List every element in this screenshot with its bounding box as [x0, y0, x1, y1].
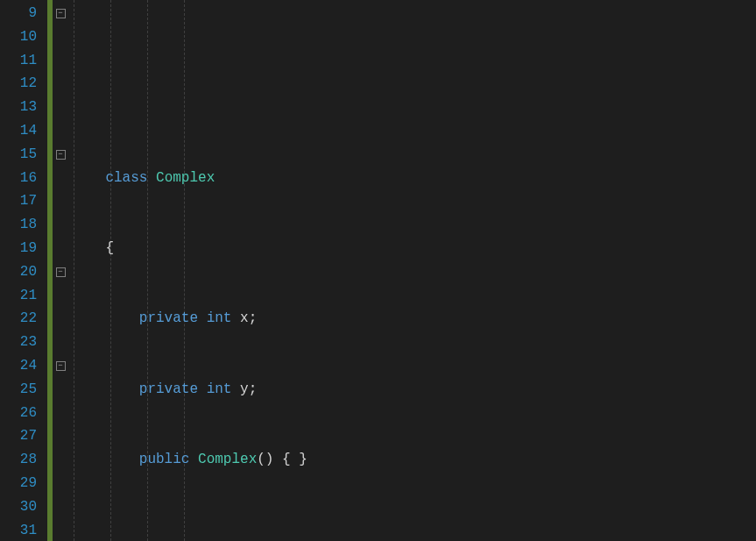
- code-line[interactable]: {: [72, 237, 756, 260]
- line-number: 13: [7, 96, 37, 119]
- fold-toggle-icon[interactable]: −: [56, 9, 66, 18]
- code-line[interactable]: private int y;: [72, 378, 756, 402]
- line-number: 31: [7, 519, 37, 541]
- fold-toggle-icon[interactable]: −: [56, 150, 66, 160]
- line-number: 20: [7, 260, 37, 284]
- line-number-gutter: 9101112131415161718192021222324252627282…: [0, 0, 47, 541]
- line-number: 9: [7, 2, 37, 25]
- fold-gutter: −−−−: [53, 0, 68, 541]
- line-number: 18: [7, 213, 37, 237]
- line-number: 27: [7, 424, 37, 448]
- line-number: 16: [7, 167, 37, 190]
- code-line[interactable]: [72, 519, 756, 541]
- code-line[interactable]: class Complex: [72, 167, 756, 190]
- line-number: 12: [7, 72, 37, 96]
- line-number: 19: [7, 237, 37, 260]
- line-number: 21: [7, 284, 37, 308]
- line-number: 11: [7, 49, 37, 73]
- line-number: 22: [7, 307, 37, 331]
- line-number: 25: [7, 378, 37, 402]
- fold-toggle-icon[interactable]: −: [56, 267, 66, 277]
- line-number: 26: [7, 402, 37, 425]
- line-number: 24: [7, 354, 37, 378]
- code-line[interactable]: private int x;: [72, 307, 756, 331]
- line-number: 29: [7, 472, 37, 495]
- code-area[interactable]: class Complex { private int x; private i…: [68, 0, 756, 541]
- fold-toggle-icon[interactable]: −: [56, 361, 66, 371]
- code-line[interactable]: public Complex() { }: [72, 448, 756, 472]
- line-number: 10: [7, 25, 37, 49]
- line-number: 23: [7, 331, 37, 354]
- code-editor[interactable]: 9101112131415161718192021222324252627282…: [0, 0, 756, 541]
- line-number: 30: [7, 495, 37, 519]
- line-number: 14: [7, 119, 37, 143]
- line-number: 17: [7, 189, 37, 213]
- line-number: 28: [7, 448, 37, 472]
- line-number: 15: [7, 143, 37, 167]
